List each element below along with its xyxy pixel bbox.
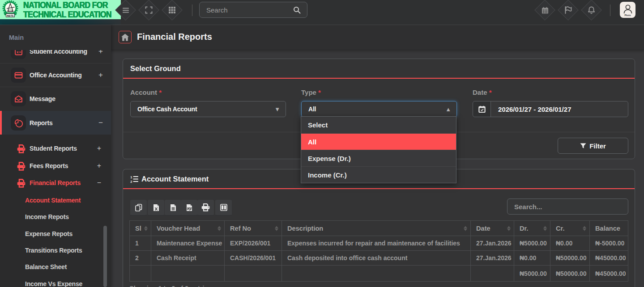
svg-text:2: 2 — [130, 179, 132, 183]
svg-text:1: 1 — [130, 175, 132, 179]
svg-text:x: x — [17, 50, 19, 54]
svg-text:NBTE: NBTE — [7, 14, 14, 17]
svg-text:=: = — [19, 50, 21, 54]
